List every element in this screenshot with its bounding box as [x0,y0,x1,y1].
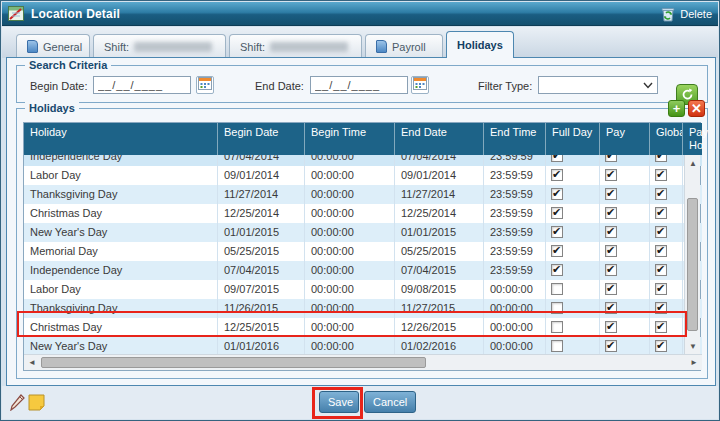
begin-date-input[interactable] [93,76,191,94]
holiday-row-5[interactable]: New Year's Day01/01/201500:00:0001/01/20… [24,223,702,242]
column-header-end-time[interactable]: End Time [483,123,545,155]
column-header-end-date[interactable]: End Date [394,123,483,155]
holiday-row-6[interactable]: Memorial Day05/25/201500:00:0005/25/2015… [24,242,702,261]
pay-checkbox[interactable] [605,321,617,333]
full-day-checkbox[interactable] [551,188,563,200]
cell-end-date: 01/01/2015 [394,223,483,242]
recycle-bin-icon [660,6,676,22]
column-header-global[interactable]: Global [649,123,682,155]
global-checkbox[interactable] [655,283,667,295]
column-header-begin-time[interactable]: Begin Time [304,123,394,155]
column-header-holiday[interactable]: Holiday [24,123,217,155]
begin-date-calendar-button[interactable] [196,76,214,94]
cell-full-day [545,261,599,280]
pay-checkbox[interactable] [605,302,617,314]
pay-checkbox[interactable] [605,155,617,162]
full-day-checkbox[interactable] [551,321,563,333]
column-header-pay-ho[interactable]: Pay Ho [682,123,720,155]
delete-holiday-button[interactable]: ✕ [688,100,705,117]
tab-holidays[interactable]: Holidays [446,31,514,58]
tab-shift-2[interactable]: Shift: [229,34,362,58]
vertical-scrollbar[interactable]: ▲ ▼ [684,155,700,356]
document-icon [376,40,387,53]
cell-begin-date: 09/07/2015 [217,280,304,299]
global-checkbox[interactable] [655,264,667,276]
full-day-checkbox[interactable] [551,340,563,352]
global-checkbox[interactable] [655,302,667,314]
cell-holiday: Labor Day [24,280,217,299]
holiday-row-7[interactable]: Independence Day07/04/201500:00:0007/04/… [24,261,702,280]
full-day-checkbox[interactable] [551,245,563,257]
add-holiday-button[interactable]: + [668,100,685,117]
vertical-scrollbar-thumb[interactable] [687,198,698,331]
global-checkbox[interactable] [655,226,667,238]
pencil-icon[interactable] [10,394,25,411]
delete-button[interactable]: Delete [660,5,712,23]
holiday-row-4[interactable]: Christmas Day12/25/201400:00:0012/25/201… [24,204,702,223]
full-day-checkbox[interactable] [551,264,563,276]
tab-label: Shift: [104,41,129,53]
scroll-up-arrow-icon[interactable]: ▲ [689,160,697,168]
cell-global [649,223,682,242]
scroll-left-arrow-icon[interactable]: ◄ [28,359,36,367]
scroll-down-arrow-icon[interactable]: ▼ [689,343,697,351]
tab-shift[interactable]: Shift: [93,34,226,58]
holiday-row-8[interactable]: Labor Day09/07/201500:00:0009/08/201500:… [24,280,702,299]
cell-end-time: 23:59:59 [483,223,545,242]
end-date-input[interactable] [310,76,408,94]
global-checkbox[interactable] [655,155,667,162]
pay-checkbox[interactable] [605,188,617,200]
end-date-calendar-button[interactable] [411,76,429,94]
cell-end-date: 12/26/2015 [394,318,483,337]
scroll-right-arrow-icon[interactable]: ► [690,359,698,367]
cancel-button[interactable]: Cancel [364,391,416,413]
cell-end-date: 11/27/2015 [394,299,483,318]
global-checkbox[interactable] [655,340,667,352]
save-button[interactable]: Save [319,391,359,413]
global-checkbox[interactable] [655,245,667,257]
holiday-row-1[interactable]: Independence Day07/04/201400:00:0007/04/… [24,155,702,166]
holiday-row-9[interactable]: Thanksgiving Day11/26/201500:00:0011/27/… [24,299,702,318]
horizontal-scrollbar-thumb[interactable] [41,357,426,368]
global-checkbox[interactable] [655,188,667,200]
holiday-row-2[interactable]: Labor Day09/01/201400:00:0009/01/201423:… [24,166,702,185]
horizontal-scrollbar[interactable]: ◄ ► [24,354,702,370]
cell-end-date: 12/25/2014 [394,204,483,223]
pay-checkbox[interactable] [605,340,617,352]
cell-end-time: 23:59:59 [483,155,545,166]
cell-begin-date: 01/01/2015 [217,223,304,242]
begin-date-label: Begin Date: [30,80,87,92]
pay-checkbox[interactable] [605,264,617,276]
holidays-table-header: HolidayBegin DateBegin TimeEnd DateEnd T… [24,123,702,155]
column-header-pay[interactable]: Pay [599,123,649,155]
cell-pay [599,204,649,223]
pay-checkbox[interactable] [605,169,617,181]
global-checkbox[interactable] [655,169,667,181]
cell-full-day [545,166,599,185]
pay-checkbox[interactable] [605,283,617,295]
full-day-checkbox[interactable] [551,302,563,314]
filter-type-select[interactable] [538,76,658,94]
holiday-row-10[interactable]: Christmas Day12/25/201500:00:0012/26/201… [24,318,702,337]
sticky-note-icon[interactable] [28,394,45,411]
global-checkbox[interactable] [655,207,667,219]
full-day-checkbox[interactable] [551,283,563,295]
holiday-row-3[interactable]: Thanksgiving Day11/27/201400:00:0011/27/… [24,185,702,204]
column-header-begin-date[interactable]: Begin Date [217,123,304,155]
column-header-full-day[interactable]: Full Day [545,123,599,155]
cell-end-time: 23:59:59 [483,185,545,204]
pay-checkbox[interactable] [605,207,617,219]
cell-end-time: 00:00:00 [483,318,545,337]
holidays-table-body: Independence Day07/04/201400:00:0007/04/… [24,155,702,356]
pay-checkbox[interactable] [605,245,617,257]
cell-holiday: Independence Day [24,155,217,166]
global-checkbox[interactable] [655,321,667,333]
full-day-checkbox[interactable] [551,207,563,219]
full-day-checkbox[interactable] [551,155,563,162]
full-day-checkbox[interactable] [551,226,563,238]
tab-payroll[interactable]: Payroll [365,34,443,58]
full-day-checkbox[interactable] [551,169,563,181]
cell-end-date: 09/08/2015 [394,280,483,299]
pay-checkbox[interactable] [605,226,617,238]
tab-general[interactable]: General [16,34,90,58]
